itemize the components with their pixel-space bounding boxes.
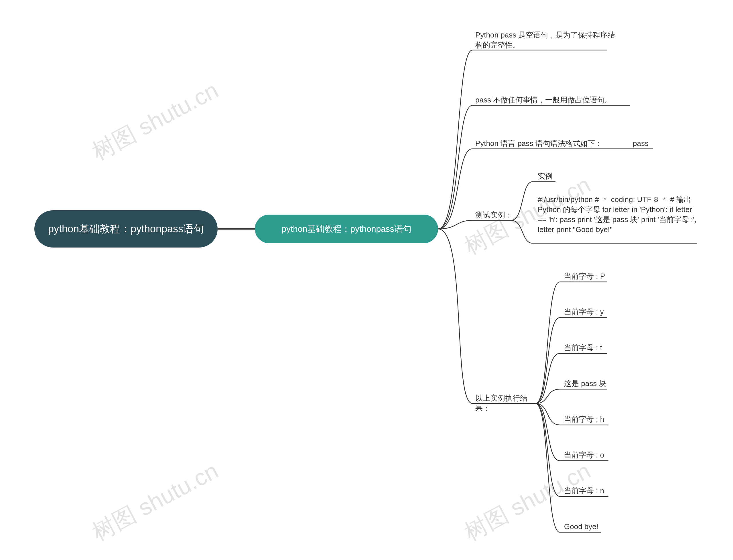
leaf-text: 测试实例： (475, 211, 513, 219)
mindmap-leaf-result-4[interactable]: 这是 pass 块 (564, 379, 621, 389)
mindmap-root-node[interactable]: python基础教程：pythonpass语句 (34, 210, 218, 248)
mindmap-leaf-result-7[interactable]: 当前字母 : n (564, 486, 621, 496)
mindmap-leaf-example-label[interactable]: 实例 (538, 171, 564, 181)
leaf-text: Python pass 是空语句，是为了保持程序结构的完整性。 (475, 31, 615, 49)
mindmap-leaf-pass-placeholder[interactable]: pass 不做任何事情，一般用做占位语句。 (475, 95, 636, 105)
leaf-text: 当前字母 : t (564, 343, 602, 352)
leaf-text: pass 不做任何事情，一般用做占位语句。 (475, 96, 612, 104)
leaf-text: pass (633, 139, 649, 148)
mindmap-leaf-result-5[interactable]: 当前字母 : h (564, 414, 621, 424)
mindmap-leaf-result-label[interactable]: 以上实例执行结果： (475, 393, 538, 413)
mindmap-leaf-result-2[interactable]: 当前字母 : y (564, 307, 621, 317)
leaf-text: 当前字母 : n (564, 486, 604, 495)
leaf-text: 以上实例执行结果： (475, 394, 528, 412)
root-title: python基础教程：pythonpass语句 (48, 222, 204, 236)
mindmap-leaf-example-code[interactable]: #!/usr/bin/python # -*- coding: UTF-8 -*… (538, 195, 698, 235)
leaf-text: 这是 pass 块 (564, 379, 606, 388)
watermark: 树图 shutu.cn (87, 75, 224, 168)
watermark: 树图 shutu.cn (87, 456, 224, 548)
leaf-text: 当前字母 : y (564, 308, 604, 316)
leaf-text: 当前字母 : h (564, 415, 604, 424)
mindmap-leaf-result-1[interactable]: 当前字母 : P (564, 271, 621, 281)
mindmap-leaf-result-8[interactable]: Good bye! (564, 522, 621, 532)
mindmap-leaf-pass-empty[interactable]: Python pass 是空语句，是为了保持程序结构的完整性。 (475, 30, 616, 50)
level1-title: python基础教程：pythonpass语句 (281, 223, 412, 235)
leaf-text: Python 语言 pass 语句语法格式如下： (475, 139, 602, 148)
leaf-text: 当前字母 : P (564, 272, 605, 280)
watermark: 树图 shutu.cn (459, 456, 596, 548)
mindmap-level1-node[interactable]: python基础教程：pythonpass语句 (255, 215, 438, 243)
mindmap-leaf-result-3[interactable]: 当前字母 : t (564, 343, 621, 353)
leaf-text: Good bye! (564, 522, 598, 531)
leaf-text: 当前字母 : o (564, 451, 604, 459)
mindmap-leaf-pass-syntax[interactable]: Python 语言 pass 语句语法格式如下： (475, 138, 610, 149)
leaf-text: 实例 (538, 172, 553, 180)
leaf-text: #!/usr/bin/python # -*- coding: UTF-8 -*… (538, 195, 696, 234)
mindmap-leaf-pass-keyword[interactable]: pass (633, 138, 661, 149)
mindmap-leaf-result-6[interactable]: 当前字母 : o (564, 450, 621, 460)
mindmap-connectors (0, 0, 733, 560)
mindmap-leaf-test-example[interactable]: 测试实例： (475, 210, 515, 220)
